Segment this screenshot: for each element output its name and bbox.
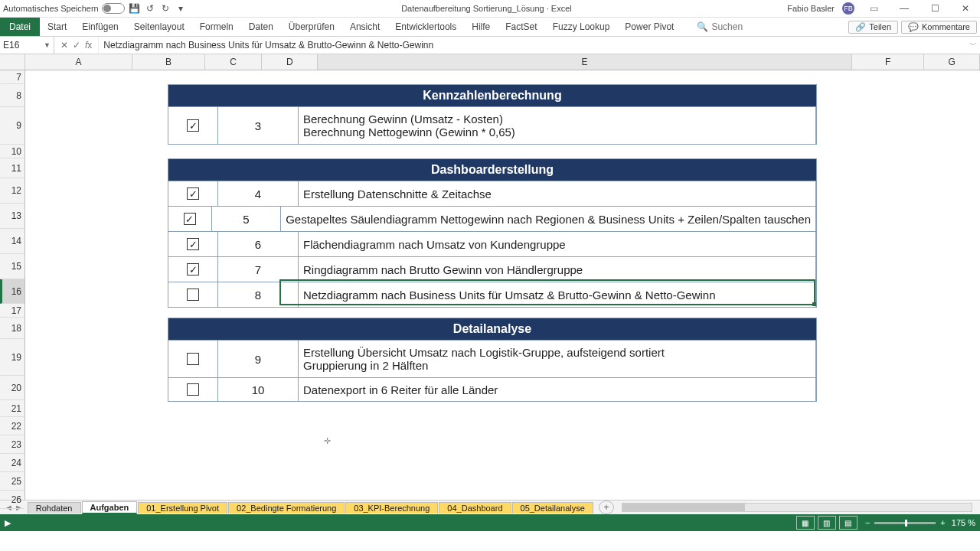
save-icon[interactable]: 💾 [129, 3, 140, 14]
search-box[interactable]: 🔍 Suchen [697, 21, 743, 32]
task-number: 4 [218, 181, 299, 206]
maximize-icon[interactable]: ☐ [923, 3, 946, 14]
row-header[interactable]: 22 [0, 417, 24, 435]
zoom-slider[interactable] [874, 522, 936, 524]
name-box[interactable]: E16 ▼ [0, 37, 54, 54]
formula-input[interactable]: Netzdiagramm nach Business Units für Ums… [99, 40, 966, 51]
row-header[interactable]: 17 [0, 304, 24, 318]
redo-icon[interactable]: ↻ [160, 3, 171, 14]
col-header[interactable]: B [132, 54, 205, 70]
ribbon-tab[interactable]: FactSet [498, 18, 544, 36]
minimize-icon[interactable]: — [893, 3, 916, 14]
autosave-toggle[interactable]: Automatisches Speichern [3, 3, 125, 14]
avatar[interactable]: FB [842, 2, 854, 15]
row-header[interactable]: 25 [0, 472, 24, 491]
comments-button[interactable]: 💬Kommentare [901, 21, 977, 34]
ribbon-tab[interactable]: Einfügen [74, 18, 126, 36]
col-header[interactable]: G [924, 54, 980, 70]
row-header[interactable]: 24 [0, 454, 24, 472]
page-layout-view-icon[interactable]: ▥ [818, 516, 836, 530]
zoom-level[interactable]: 175 % [952, 518, 975, 527]
row-header[interactable]: 19 [0, 339, 24, 376]
cancel-formula-icon[interactable]: ✕ [60, 40, 68, 51]
ribbon-tab[interactable]: Start [40, 18, 74, 36]
table-row: ✓ 3 Berechnung Gewinn (Umsatz - Kosten) … [168, 106, 816, 144]
qat-more-icon[interactable]: ▾ [175, 3, 186, 14]
accept-formula-icon[interactable]: ✓ [73, 40, 80, 51]
close-icon[interactable]: ✕ [954, 3, 977, 14]
row-header[interactable]: 18 [0, 318, 24, 339]
col-header[interactable]: C [205, 54, 263, 70]
zoom-out-icon[interactable]: − [865, 518, 870, 527]
checkbox-icon[interactable]: ✓ [187, 119, 199, 132]
sheet-tab[interactable]: Aufgaben [82, 501, 138, 514]
ribbon-tab[interactable]: Hilfe [464, 18, 498, 36]
row-header[interactable]: 13 [0, 204, 24, 229]
share-icon: 🔗 [855, 22, 866, 32]
ribbon-tab[interactable]: Fuzzy Lookup [545, 18, 618, 36]
sheet-tab[interactable]: 04_Dashboard [439, 502, 511, 514]
autosave-switch-icon[interactable] [102, 3, 125, 14]
row-header[interactable]: 10 [0, 145, 24, 158]
ribbon-tab[interactable]: Formeln [192, 18, 241, 36]
checkbox-icon[interactable]: ✓ [187, 263, 199, 276]
checkbox-icon[interactable]: ✓ [184, 213, 196, 225]
row-header[interactable]: 8 [0, 84, 24, 107]
checkbox-icon[interactable]: ✓ [187, 238, 199, 250]
user-name[interactable]: Fabio Basler [787, 4, 835, 13]
row-header[interactable]: 11 [0, 158, 24, 178]
col-header[interactable]: E [318, 54, 852, 70]
ribbon-mode-icon[interactable]: ▭ [862, 3, 885, 14]
checkbox-icon[interactable]: ✓ [187, 187, 199, 200]
sheet-tab[interactable]: 01_Erstellung Pivot [138, 502, 227, 514]
file-tab[interactable]: Datei [0, 18, 40, 36]
row-header[interactable]: 23 [0, 435, 24, 454]
zoom-in-icon[interactable]: + [940, 518, 945, 527]
namebox-dropdown-icon[interactable]: ▼ [44, 41, 51, 49]
fx-icon[interactable]: fx [85, 40, 92, 51]
row-header[interactable]: 26 [0, 491, 24, 509]
ribbon-tab[interactable]: Power Pivot [617, 18, 681, 36]
normal-view-icon[interactable]: ▦ [796, 516, 815, 530]
checkbox-icon[interactable] [187, 383, 199, 396]
row-header[interactable]: 14 [0, 229, 24, 254]
table-row: ✓ 6 Flächendiagramm nach Umsatz von Kund… [168, 231, 816, 256]
task-number: 8 [218, 282, 299, 307]
row-header[interactable]: 9 [0, 107, 24, 145]
status-bar: ▶ ▦ ▥ ▤ − + 175 % [0, 514, 980, 531]
checkbox-icon[interactable] [187, 289, 199, 301]
grid[interactable]: 7 8 9 10 11 12 13 14 15 16 17 18 19 20 2… [0, 70, 980, 500]
ribbon-tab[interactable]: Entwicklertools [387, 18, 464, 36]
page-break-view-icon[interactable]: ▤ [839, 516, 858, 530]
expand-formula-bar-icon[interactable]: ﹀ [966, 40, 980, 51]
ribbon-tab[interactable]: Daten [241, 18, 281, 36]
ribbon-tab[interactable]: Ansicht [342, 18, 387, 36]
undo-icon[interactable]: ↺ [145, 3, 155, 14]
cells-area[interactable]: Kennzahlenberechnung ✓ 3 Berechnung Gewi… [25, 70, 980, 500]
row-header[interactable]: 12 [0, 178, 24, 204]
record-macro-icon[interactable]: ▶ [5, 518, 11, 528]
col-header[interactable]: F [852, 54, 925, 70]
sheet-tab[interactable]: 05_Detailanalyse [512, 502, 593, 514]
table-detail: Detailanalyse 9 Erstellung Übersicht Ums… [168, 318, 817, 402]
formula-bar: E16 ▼ ✕ ✓ fx Netzdiagramm nach Business … [0, 37, 980, 54]
row-header[interactable]: 21 [0, 400, 24, 417]
row-header[interactable]: 7 [0, 70, 24, 84]
horizontal-scrollbar[interactable] [622, 503, 972, 512]
checkbox-icon[interactable] [187, 353, 199, 365]
row-header[interactable]: 16 [0, 279, 24, 304]
row-header[interactable]: 15 [0, 254, 24, 279]
task-number: 9 [218, 341, 299, 377]
ribbon-tab[interactable]: Seitenlayout [126, 18, 192, 36]
search-placeholder: Suchen [711, 21, 743, 32]
share-button[interactable]: 🔗Teilen [848, 21, 898, 34]
row-header[interactable]: 20 [0, 376, 24, 400]
sheet-tab[interactable]: 03_KPI-Berechnung [345, 502, 438, 514]
col-header[interactable]: A [25, 54, 132, 70]
sheet-tab[interactable]: 02_Bedingte Formatierung [228, 502, 345, 514]
add-sheet-button[interactable]: + [599, 500, 614, 514]
col-header[interactable]: D [262, 54, 318, 70]
select-all-corner[interactable] [0, 54, 25, 70]
ribbon-tab[interactable]: Überprüfen [281, 18, 342, 36]
sheet-tab[interactable]: Rohdaten [28, 502, 81, 514]
